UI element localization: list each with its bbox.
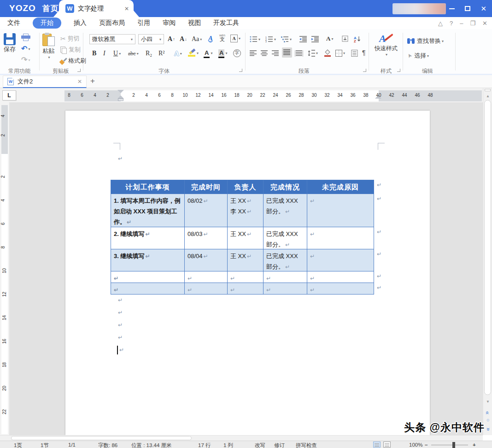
app-tab-word[interactable]: W 文字处理 ✕: [59, 0, 134, 17]
page-view-icon[interactable]: [373, 442, 381, 448]
quick-style-caret-icon[interactable]: ▾: [386, 53, 387, 57]
bullet-list-button[interactable]: ▾: [250, 34, 260, 44]
multilevel-list-button[interactable]: ▾: [281, 34, 292, 44]
char-border-caret-icon[interactable]: ▾: [239, 36, 240, 41]
character-border-button[interactable]: A ▾: [230, 33, 240, 43]
status-spellcheck-toggle[interactable]: 拼写检查: [296, 442, 317, 448]
table-header-cell[interactable]: 计划工作事项: [111, 180, 185, 194]
table-cell[interactable]: 08/02↵: [185, 194, 228, 227]
table-cell[interactable]: 王 XX↵李 XX↵: [228, 194, 264, 227]
outline-caret-icon[interactable]: ▾: [180, 52, 182, 56]
table-cell[interactable]: 已完成 XXX 部分。↵: [264, 227, 307, 249]
zoom-slider-thumb[interactable]: [452, 442, 455, 448]
zoom-out-button[interactable]: –: [425, 442, 428, 448]
hanging-indent-marker[interactable]: [117, 95, 124, 99]
subscript-button[interactable]: R₂: [146, 48, 152, 59]
table-header-cell[interactable]: 完成情况: [264, 180, 307, 194]
menu-page-layout[interactable]: 页面布局: [99, 19, 125, 27]
menu-references[interactable]: 引用: [137, 19, 150, 27]
table-cell[interactable]: 3. 继续填写↵: [111, 249, 185, 271]
table-header-cell[interactable]: 负责人: [228, 180, 264, 194]
highlight-button[interactable]: ▾: [188, 48, 199, 58]
table-cell[interactable]: 1. 填写本周工作内容，例如启动 XXX 项目策划工作。↵: [111, 194, 185, 227]
table-cell[interactable]: ↵: [264, 271, 307, 283]
table-cell[interactable]: ↵: [307, 227, 374, 249]
paste-caret-icon[interactable]: ▾: [48, 55, 50, 59]
grow-font-button[interactable]: A↑: [168, 34, 175, 44]
horizontal-scrollbar[interactable]: [0, 435, 483, 441]
font-name-caret-icon[interactable]: ▾: [131, 37, 133, 41]
distribute-button[interactable]: [295, 48, 303, 59]
document-page[interactable]: ↵ 计划工作事项完成时间负责人完成情况未完成原因1. 填写本周工作内容，例如启动…: [65, 111, 430, 435]
horizontal-scrollbar-thumb[interactable]: [11, 436, 192, 440]
phonetic-guide-button[interactable]: wén 文: [219, 33, 225, 43]
minimize-icon[interactable]: [449, 8, 455, 9]
status-track-changes-toggle[interactable]: 修订: [274, 442, 285, 448]
left-indent-marker[interactable]: [118, 99, 123, 101]
table-cell[interactable]: ↵: [228, 271, 264, 283]
scroll-up-icon[interactable]: ▲: [483, 94, 492, 98]
close-icon[interactable]: ✕: [480, 5, 486, 12]
collapse-ribbon-icon[interactable]: △: [438, 20, 443, 27]
format-painter-button[interactable]: 格式刷: [59, 56, 86, 66]
superscript-button[interactable]: R²: [158, 48, 165, 59]
align-center-button[interactable]: [261, 48, 268, 59]
table-cell[interactable]: ↵: [111, 283, 185, 294]
menu-view[interactable]: 视图: [188, 19, 201, 27]
table-header-cell[interactable]: 完成时间: [185, 180, 228, 194]
app-tab-close-icon[interactable]: ✕: [124, 6, 129, 12]
menu-review[interactable]: 审阅: [163, 19, 176, 27]
table-cell[interactable]: ↵: [111, 271, 185, 283]
align-left-button[interactable]: [250, 48, 257, 59]
font-size-select[interactable]: 小四▾: [138, 34, 164, 44]
sort-button[interactable]: AZ: [354, 34, 361, 44]
table-cell[interactable]: 王 XX↵: [228, 227, 264, 249]
paragraph-shading-button[interactable]: [324, 48, 331, 58]
text-outline-button[interactable]: A ▾: [174, 48, 182, 59]
undo-caret-icon[interactable]: ▾: [28, 47, 30, 51]
menu-file[interactable]: 文件: [7, 19, 20, 27]
quick-style-button[interactable]: A 快速样式 ▾: [371, 33, 401, 64]
strikethrough-button[interactable]: abc ▾: [128, 48, 139, 59]
zoom-slider[interactable]: [431, 445, 468, 445]
table-cell[interactable]: 2. 继续填写↵: [111, 227, 185, 249]
table-cell[interactable]: ↵: [307, 194, 374, 227]
menu-insert[interactable]: 插入: [74, 19, 87, 27]
new-document-tab-button[interactable]: +: [90, 77, 95, 86]
doc-restore-icon[interactable]: ❐: [470, 20, 475, 27]
split-handle[interactable]: [485, 89, 491, 91]
scroll-down-icon[interactable]: ▼: [483, 400, 492, 404]
table-cell[interactable]: ↵: [307, 271, 374, 283]
find-replace-button[interactable]: 查找替换 ▾: [407, 36, 444, 46]
highlight-caret-icon[interactable]: ▾: [197, 51, 199, 55]
cut-button[interactable]: ✂ 剪切: [60, 34, 80, 44]
case-caret-icon[interactable]: ▾: [200, 37, 202, 41]
save-button[interactable]: 保存: [4, 33, 16, 55]
underline-button[interactable]: U ▾: [113, 48, 121, 59]
status-wordcount[interactable]: 字数: 86: [98, 442, 117, 448]
document-tab-close-icon[interactable]: ✕: [77, 78, 82, 85]
table-cell[interactable]: 已完成 XXX 部分。↵: [264, 194, 307, 227]
table-cell[interactable]: ↵: [307, 249, 374, 271]
table-cell[interactable]: ↵: [307, 283, 374, 294]
bold-button[interactable]: B: [92, 48, 96, 59]
print-button[interactable]: [21, 32, 30, 42]
numbered-list-button[interactable]: 123 ▾: [265, 34, 276, 44]
web-view-icon[interactable]: [383, 442, 391, 448]
multilevel-caret-icon[interactable]: ▾: [290, 37, 292, 41]
first-line-indent-marker[interactable]: [117, 90, 124, 93]
maximize-icon[interactable]: [465, 6, 470, 11]
char-scale-caret-icon[interactable]: ▾: [331, 37, 333, 41]
borders-button[interactable]: ▾: [335, 48, 345, 58]
font-name-select[interactable]: 微软雅黑▾: [89, 34, 135, 44]
font-color-caret-icon[interactable]: ▾: [211, 51, 212, 55]
line-spacing-button[interactable]: ▾: [308, 48, 318, 58]
doc-table[interactable]: 计划工作事项完成时间负责人完成情况未完成原因1. 填写本周工作内容，例如启动 X…: [111, 180, 374, 295]
align-right-button[interactable]: [272, 48, 279, 59]
status-overtype-toggle[interactable]: 改写: [255, 442, 265, 448]
change-case-button[interactable]: Aa▾: [192, 34, 202, 44]
undo-button[interactable]: ↶ ▾: [21, 44, 30, 54]
copy-button[interactable]: 复制: [60, 45, 81, 55]
zoom-in-button[interactable]: +: [473, 442, 476, 448]
doc-minimize-icon[interactable]: –: [460, 20, 463, 27]
